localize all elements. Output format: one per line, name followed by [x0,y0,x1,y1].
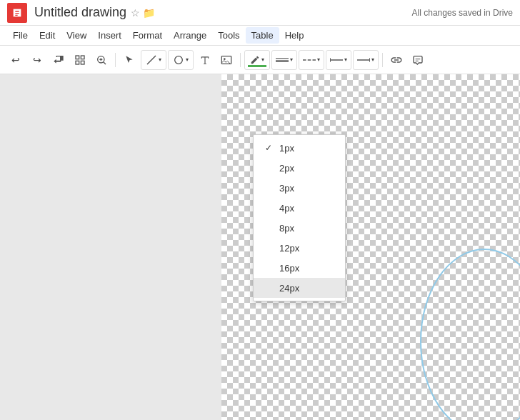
px-option-24px-label: 24px [279,283,299,294]
menu-format[interactable]: Format [127,27,168,44]
select-tool[interactable] [119,50,139,70]
separator-3 [382,53,383,67]
menu-bar: File Edit View Insert Format Arrange Too… [0,26,520,46]
zoom-select-button[interactable] [70,50,90,70]
px-option-8px[interactable]: 8px [254,218,345,238]
px-option-1px-label: 1px [279,143,294,154]
px-option-24px[interactable]: 24px [254,278,345,298]
px-option-16px-label: 16px [279,263,299,274]
line-start-button[interactable]: ▾ [326,50,351,70]
svg-point-9 [175,56,183,64]
px-option-2px-label: 2px [279,163,294,174]
canvas-area: ✓ 1px 2px 3px 4px 8px 12px 16px 2 [0,74,520,420]
px-option-4px-label: 4px [279,203,294,214]
svg-rect-3 [81,61,84,64]
px-dropdown-menu: ✓ 1px 2px 3px 4px 8px 12px 16px 2 [253,134,346,301]
svg-line-8 [147,56,156,64]
text-tool[interactable] [195,50,215,70]
px-option-1px[interactable]: ✓ 1px [254,138,345,158]
menu-insert[interactable]: Insert [92,27,127,44]
svg-rect-1 [81,56,84,59]
menu-file[interactable]: File [7,27,34,44]
menu-edit[interactable]: Edit [34,27,61,44]
title-bar: Untitled drawing ☆ 📁 All changes saved i… [0,0,520,26]
image-tool[interactable] [216,50,236,70]
px-option-3px-label: 3px [279,183,294,194]
menu-view[interactable]: View [61,27,92,44]
border-weight-button[interactable]: ▾ [271,50,297,70]
separator-1 [115,53,116,67]
px-option-12px-label: 12px [279,243,299,254]
paint-format-button[interactable] [49,50,69,70]
px-option-12px[interactable]: 12px [254,238,345,258]
svg-point-11 [224,58,226,60]
border-dash-button[interactable]: ▾ [299,50,324,70]
svg-line-5 [104,61,106,64]
svg-rect-0 [76,56,79,59]
menu-help[interactable]: Help [279,27,310,44]
autosave-status: All changes saved in Drive [412,8,513,18]
line-color-button[interactable]: ▾ [244,50,270,70]
px-option-8px-label: 8px [279,223,294,234]
redo-button[interactable]: ↪ [27,50,47,70]
menu-arrange[interactable]: Arrange [168,27,212,44]
px-option-3px[interactable]: 3px [254,178,345,198]
comment-button[interactable] [408,50,428,70]
shape-tool[interactable]: ▾ [168,50,194,70]
line-tool[interactable]: ▾ [141,50,166,70]
separator-2 [240,53,241,67]
circle-shape [420,249,520,420]
toolbar: ↩ ↪ ▾ ▾ ▾ ▾ ▾ [0,46,520,74]
star-icon[interactable]: ☆ [131,7,140,19]
link-button[interactable] [386,50,406,70]
svg-rect-2 [76,61,79,64]
svg-rect-10 [221,56,231,64]
left-panel [0,74,221,420]
undo-button[interactable]: ↩ [6,50,26,70]
menu-table[interactable]: Table [246,27,279,44]
menu-tools[interactable]: Tools [212,27,245,44]
px-option-2px[interactable]: 2px [254,158,345,178]
folder-icon[interactable]: 📁 [143,7,155,19]
px-option-4px[interactable]: 4px [254,198,345,218]
zoom-button[interactable] [91,50,111,70]
px-option-16px[interactable]: 16px [254,258,345,278]
line-end-button[interactable]: ▾ [353,50,379,70]
document-title[interactable]: Untitled drawing [34,5,126,20]
app-logo [7,3,27,23]
